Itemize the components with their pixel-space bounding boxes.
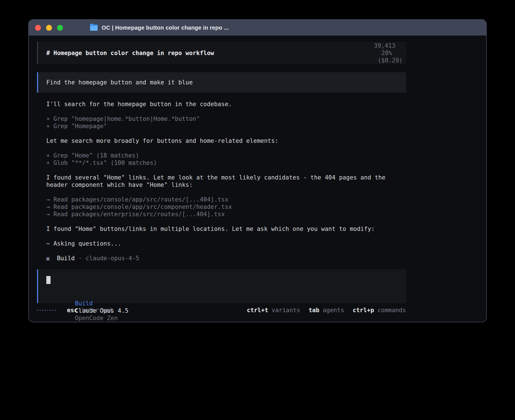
assistant-text: I'll search for the homepage button in t… (46, 100, 486, 108)
close-button[interactable] (35, 25, 41, 31)
agent-name: Build (57, 255, 75, 262)
titlebar-title-group: OC | Homepage button color change in rep… (90, 25, 229, 31)
tool-call-glob: ∗ Glob "**/*.tsx" (100 matches) (46, 159, 486, 167)
window-titlebar[interactable]: OC | Homepage button color change in rep… (29, 20, 486, 36)
status-right: ctrl+t variants tab agents ctrl+p comman… (247, 307, 406, 314)
tool-call-grep: ∗ Grep "Homepage" (46, 123, 486, 130)
agent-status-line: ▣ Build · claude-opus-4-5 (46, 255, 486, 262)
provider-name: OpenCode Zen (75, 315, 118, 321)
folder-icon (90, 25, 98, 31)
session-stats: 39,413 20% ($0.29) (345, 35, 403, 71)
prompt-input[interactable]: Build Claude Opus 4.5 OpenCode Zen (37, 269, 406, 303)
model-selector-line: Build Claude Opus 4.5 OpenCode Zen (46, 292, 406, 300)
window-title: OC | Homepage button color change in rep… (102, 25, 229, 31)
text-cursor (46, 276, 51, 284)
assistant-text: I found several "Home" links. Let me loo… (46, 174, 486, 181)
user-message-text: Find the homepage button and make it blu… (46, 79, 193, 86)
agent-mode-label: Build (75, 300, 93, 307)
ctrl-p-key: ctrl+p (353, 307, 374, 314)
tab-key: tab (309, 307, 319, 314)
agent-icon: ▣ (46, 255, 49, 262)
status-bar: esc interrupt ctrl+t variants tab agents… (37, 307, 406, 314)
tool-call-read: → Read packages/console/app/src/componen… (46, 203, 486, 211)
ctrl-t-key: ctrl+t (247, 307, 268, 314)
terminal-content: # Homepage button color change in repo w… (29, 36, 486, 322)
terminal-window: OC | Homepage button color change in rep… (28, 19, 487, 322)
session-header: # Homepage button color change in repo w… (37, 42, 406, 64)
spinner-dots (37, 310, 56, 311)
assistant-text: Let me search more broadly for buttons a… (46, 137, 486, 145)
esc-label: interrupt (81, 307, 113, 314)
tool-call-grep: ∗ Grep "homepage|home.*button|Home.*butt… (46, 115, 486, 123)
context-percent: 20% (381, 50, 392, 56)
esc-key: esc (67, 307, 78, 314)
assistant-transcript: I'll search for the homepage button in t… (37, 100, 486, 262)
tool-call-read: → Read packages/console/app/src/routes/[… (46, 196, 486, 203)
assistant-status-text: ~ Asking questions... (46, 240, 486, 247)
shortcut-commands: ctrl+p commands (353, 307, 406, 314)
user-message: Find the homepage button and make it blu… (37, 72, 406, 93)
token-count: 39,413 (374, 42, 395, 49)
zoom-button[interactable] (57, 25, 63, 31)
status-left: esc interrupt (37, 307, 113, 314)
minimize-button[interactable] (46, 25, 52, 31)
traffic-lights (35, 25, 63, 31)
shortcut-agents: tab agents (309, 307, 344, 314)
tool-call-grep: ∗ Grep "Home" (18 matches) (46, 152, 486, 159)
agent-model: claude-opus-4-5 (86, 255, 139, 262)
assistant-text: I found "Home" buttons/links in multiple… (46, 225, 486, 233)
shortcut-variants: ctrl+t variants (247, 307, 300, 314)
session-title: # Homepage button color change in repo w… (46, 49, 214, 57)
agent-separator: · (78, 255, 82, 262)
tool-call-read: → Read packages/enterprise/src/routes/[.… (46, 211, 486, 218)
session-cost: ($0.29) (377, 57, 403, 64)
assistant-text: header component which have "Home" links… (46, 181, 486, 189)
